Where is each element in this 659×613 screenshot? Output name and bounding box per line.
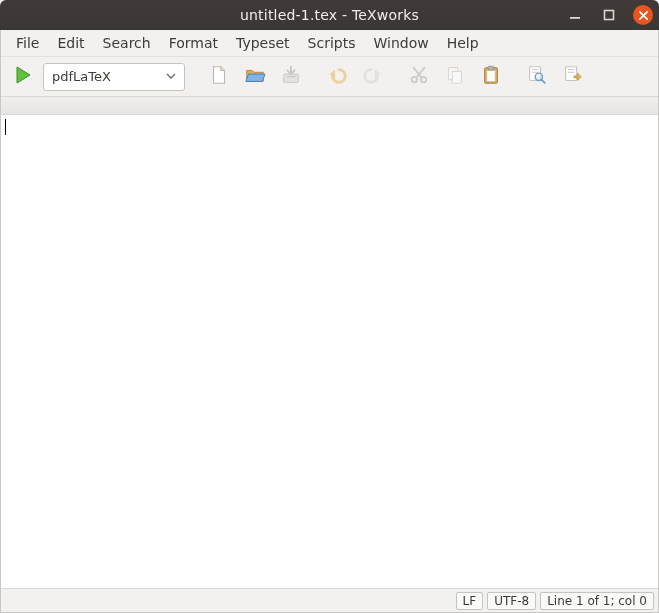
editor-header-strip xyxy=(1,97,658,115)
text-caret xyxy=(5,119,6,135)
editor-area xyxy=(1,115,658,588)
svg-rect-0 xyxy=(570,17,580,19)
play-icon xyxy=(13,65,33,89)
undo-button[interactable] xyxy=(321,61,353,93)
text-editor[interactable] xyxy=(1,115,658,588)
titlebar: untitled-1.tex - TeXworks xyxy=(0,0,659,30)
toolbar: pdfLaTeX xyxy=(1,57,658,97)
svg-rect-19 xyxy=(566,66,577,80)
svg-rect-10 xyxy=(452,71,461,83)
open-folder-icon xyxy=(244,64,266,90)
menu-scripts[interactable]: Scripts xyxy=(299,32,365,54)
statusbar: LF UTF-8 Line 1 of 1; col 0 xyxy=(1,588,658,612)
svg-point-17 xyxy=(535,73,542,80)
new-file-button[interactable] xyxy=(203,61,235,93)
svg-point-8 xyxy=(421,76,427,82)
window-body: File Edit Search Format Typeset Scripts … xyxy=(0,30,659,613)
replace-button[interactable] xyxy=(557,61,589,93)
redo-button[interactable] xyxy=(357,61,389,93)
status-line-ending[interactable]: LF xyxy=(456,592,484,610)
status-position[interactable]: Line 1 of 1; col 0 xyxy=(540,592,654,610)
svg-marker-5 xyxy=(330,69,336,78)
svg-rect-14 xyxy=(530,66,541,80)
menu-window[interactable]: Window xyxy=(364,32,437,54)
svg-rect-9 xyxy=(449,67,458,79)
close-button[interactable] xyxy=(633,5,653,25)
svg-rect-4 xyxy=(286,75,295,76)
redo-icon xyxy=(362,64,384,90)
cut-button[interactable] xyxy=(403,61,435,93)
svg-marker-2 xyxy=(17,67,30,83)
engine-select-value: pdfLaTeX xyxy=(52,69,111,84)
open-file-button[interactable] xyxy=(239,61,271,93)
new-file-icon xyxy=(208,64,230,90)
save-icon xyxy=(280,64,302,90)
paste-button[interactable] xyxy=(475,61,507,93)
menu-edit[interactable]: Edit xyxy=(48,32,93,54)
menu-typeset[interactable]: Typeset xyxy=(227,32,299,54)
scissors-icon xyxy=(408,64,430,90)
menu-help[interactable]: Help xyxy=(438,32,488,54)
copy-button[interactable] xyxy=(439,61,471,93)
save-button[interactable] xyxy=(275,61,307,93)
menubar: File Edit Search Format Typeset Scripts … xyxy=(1,30,658,57)
undo-icon xyxy=(326,64,348,90)
window-title: untitled-1.tex - TeXworks xyxy=(0,7,659,23)
typeset-button[interactable] xyxy=(7,61,39,93)
svg-point-7 xyxy=(412,76,418,82)
svg-marker-6 xyxy=(375,69,381,78)
menu-search[interactable]: Search xyxy=(94,32,160,54)
menu-format[interactable]: Format xyxy=(160,32,227,54)
menu-file[interactable]: File xyxy=(7,32,48,54)
svg-rect-11 xyxy=(485,67,498,83)
replace-icon xyxy=(562,64,584,90)
status-encoding[interactable]: UTF-8 xyxy=(487,592,536,610)
engine-select[interactable]: pdfLaTeX xyxy=(43,63,185,91)
svg-line-18 xyxy=(542,79,545,82)
minimize-button[interactable] xyxy=(565,5,585,25)
svg-rect-1 xyxy=(605,11,614,20)
search-icon xyxy=(526,64,548,90)
chevron-down-icon xyxy=(166,69,176,84)
window-controls xyxy=(565,5,653,25)
maximize-button[interactable] xyxy=(599,5,619,25)
find-button[interactable] xyxy=(521,61,553,93)
svg-rect-12 xyxy=(487,70,495,81)
svg-rect-3 xyxy=(284,74,299,82)
svg-rect-13 xyxy=(488,66,494,70)
clipboard-icon xyxy=(480,64,502,90)
copy-icon xyxy=(444,64,466,90)
